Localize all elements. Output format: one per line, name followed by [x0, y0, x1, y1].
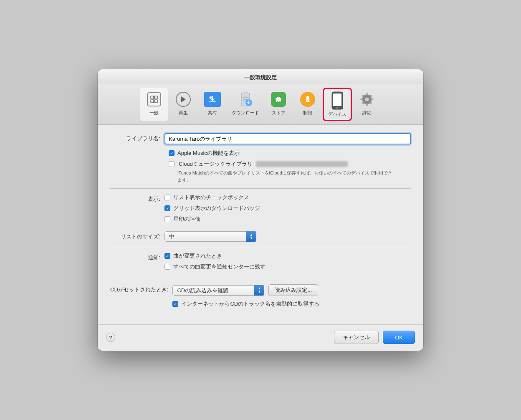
auto-track-label: インターネットからCDのトラック名を自動的に取得する — [181, 300, 319, 308]
cd-label: CDがセットされたとき: — [110, 284, 172, 293]
cd-action-row: CDの読み込みを確認 自動的に読み込む 読み込まない ▲ ▼ 読み込み設定... — [172, 284, 411, 296]
svg-point-13 — [336, 107, 339, 109]
notification-label: 通知: — [110, 252, 164, 261]
all-changes-row: すべての曲変更を通知センターに残す — [164, 263, 411, 271]
display-section: 表示: リスト表示のチェックボックス グリッド表示のダウンロードバッジ 星印の評… — [110, 194, 411, 226]
bottom-bar: ? キャンセル OK — [98, 324, 423, 351]
playback-icon — [174, 90, 192, 109]
cancel-button[interactable]: キャンセル — [334, 331, 379, 344]
toolbar-item-general[interactable]: 一般 — [140, 88, 168, 121]
all-changes-label: すべての曲変更を通知センターに残す — [173, 263, 266, 271]
list-size-row: リストのサイズ: 小 中 大 ▲ ▼ — [110, 231, 411, 242]
apple-music-checkbox-row: Apple Musicの機能を表示 — [169, 149, 411, 157]
divider-2 — [110, 247, 411, 247]
title-bar: 一般環境設定 — [98, 69, 423, 84]
toolbar-label-advanced: 詳細 — [362, 110, 372, 116]
list-view-label: リスト表示のチェックボックス — [173, 194, 249, 201]
apple-music-checkbox[interactable] — [169, 150, 175, 156]
toolbar: 一般 再生 — [98, 84, 423, 125]
help-button[interactable]: ? — [106, 333, 115, 342]
toolbar-label-download: ダウンロード — [232, 110, 259, 116]
list-view-checkbox[interactable] — [164, 195, 170, 200]
svg-rect-0 — [151, 96, 154, 99]
preferences-dialog: 一般環境設定 一般 — [98, 69, 423, 351]
library-name-label: ライブラリ名: — [110, 133, 164, 142]
song-change-label: 曲が変更されたとき — [173, 252, 222, 260]
import-settings-button[interactable]: 読み込み設定... — [268, 284, 318, 296]
devices-icon — [328, 91, 346, 110]
apple-music-row: Apple Musicの機能を表示 iCloudミュージックライブラリ iTun… — [169, 149, 411, 183]
list-size-controls: 小 中 大 ▲ ▼ — [164, 231, 411, 242]
svg-rect-16 — [366, 93, 368, 95]
download-icon — [236, 90, 255, 109]
svg-rect-3 — [154, 100, 157, 103]
toolbar-label-general: 一般 — [149, 110, 159, 116]
icloud-description: iTunes Matchのすべての曲やプレイリストをiCloudに保存すれば、お… — [177, 170, 395, 183]
list-size-select-wrapper: 小 中 大 ▲ ▼ — [164, 231, 256, 242]
auto-track-row: インターネットからCDのトラック名を自動的に取得する — [172, 300, 411, 308]
svg-point-8 — [279, 101, 281, 103]
svg-point-7 — [277, 101, 278, 103]
toolbar-label-playback: 再生 — [179, 110, 188, 116]
song-change-row: 曲が変更されたとき — [164, 252, 411, 260]
all-changes-checkbox[interactable] — [164, 264, 170, 270]
toolbar-item-store[interactable]: ストア — [264, 88, 293, 121]
toolbar-label-restriction: 制限 — [303, 110, 312, 116]
icloud-library-row: iCloudミュージックライブラリ — [169, 160, 411, 168]
svg-rect-18 — [360, 99, 363, 100]
library-name-row: ライブラリ名: — [110, 133, 411, 144]
grid-badge-label: グリッド表示のダウンロードバッジ — [173, 205, 260, 212]
svg-rect-17 — [366, 104, 368, 106]
cd-action-select[interactable]: CDの読み込みを確認 自動的に読み込む 読み込まない — [172, 285, 264, 296]
list-size-label: リストのサイズ: — [110, 231, 164, 240]
svg-rect-19 — [371, 99, 374, 100]
toolbar-item-advanced[interactable]: 詳細 — [353, 88, 381, 121]
cd-controls: CDの読み込みを確認 自動的に読み込む 読み込まない ▲ ▼ 読み込み設定...… — [172, 284, 411, 311]
auto-track-checkbox[interactable] — [172, 301, 178, 307]
ok-button[interactable]: OK — [383, 331, 415, 344]
icloud-blurred-info — [256, 161, 348, 167]
icloud-library-checkbox[interactable] — [169, 161, 175, 167]
sharing-icon — [203, 90, 222, 109]
library-name-input[interactable] — [164, 133, 411, 144]
library-name-controls — [164, 133, 411, 144]
toolbar-item-sharing[interactable]: 共有 — [198, 88, 227, 121]
toolbar-label-store: ストア — [272, 110, 286, 116]
svg-rect-14 — [336, 93, 339, 94]
grid-badge-row: グリッド表示のダウンロードバッジ — [164, 205, 411, 212]
toolbar-label-sharing: 共有 — [208, 110, 217, 116]
divider-1 — [110, 188, 411, 189]
content-area: ライブラリ名: Apple Musicの機能を表示 iCloudミュージックライ… — [98, 125, 423, 324]
cd-select-wrapper: CDの読み込みを確認 自動的に読み込む 読み込まない ▲ ▼ — [172, 285, 264, 296]
svg-rect-2 — [151, 100, 154, 103]
toolbar-item-devices[interactable]: デバイス — [323, 88, 352, 121]
general-icon — [145, 90, 163, 109]
bottom-buttons: キャンセル OK — [334, 331, 415, 344]
apple-music-label: Apple Musicの機能を表示 — [177, 149, 240, 157]
advanced-icon — [358, 90, 376, 109]
dialog-title: 一般環境設定 — [244, 74, 277, 81]
toolbar-item-playback[interactable]: 再生 — [169, 88, 197, 121]
restriction-icon — [298, 90, 317, 109]
star-rating-label: 星印の評価 — [173, 215, 200, 223]
notification-section: 通知: 曲が変更されたとき すべての曲変更を通知センターに残す — [110, 252, 411, 274]
divider-3 — [110, 279, 411, 279]
star-rating-row: 星印の評価 — [164, 215, 411, 223]
song-change-checkbox[interactable] — [164, 253, 170, 259]
toolbar-label-devices: デバイス — [328, 111, 346, 117]
svg-point-15 — [365, 98, 369, 101]
toolbar-item-restriction[interactable]: 制限 — [293, 88, 322, 121]
display-label: 表示: — [110, 194, 164, 203]
notification-controls: 曲が変更されたとき すべての曲変更を通知センターに残す — [164, 252, 411, 274]
store-icon — [269, 90, 288, 109]
svg-rect-1 — [154, 96, 157, 99]
grid-badge-checkbox[interactable] — [164, 205, 170, 211]
toolbar-item-download[interactable]: ダウンロード — [228, 88, 263, 121]
display-controls: リスト表示のチェックボックス グリッド表示のダウンロードバッジ 星印の評価 — [164, 194, 411, 226]
list-size-select[interactable]: 小 中 大 — [164, 231, 256, 242]
svg-marker-4 — [181, 96, 186, 102]
svg-rect-12 — [333, 94, 341, 106]
list-checkbox-row: リスト表示のチェックボックス — [164, 194, 411, 201]
star-rating-checkbox[interactable] — [164, 216, 170, 222]
icloud-library-label: iCloudミュージックライブラリ — [177, 160, 253, 168]
